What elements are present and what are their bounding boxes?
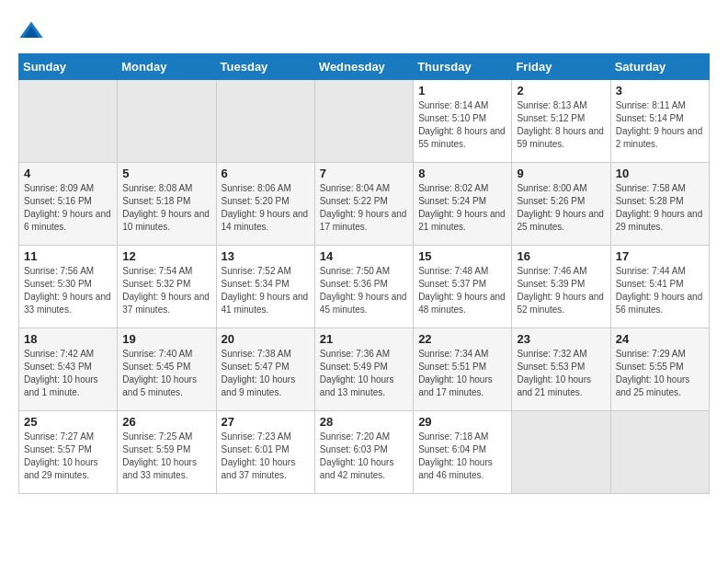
day-info: Sunrise: 7:44 AMSunset: 5:41 PMDaylight:… — [616, 265, 704, 316]
day-number: 27 — [222, 415, 310, 429]
calendar-cell: 22Sunrise: 7:34 AMSunset: 5:51 PMDayligh… — [414, 328, 512, 411]
day-info: Sunrise: 7:58 AMSunset: 5:28 PMDaylight:… — [616, 182, 704, 234]
day-number: 28 — [320, 415, 408, 429]
day-info: Sunrise: 7:18 AMSunset: 6:04 PMDaylight:… — [418, 431, 506, 482]
day-info: Sunrise: 7:27 AMSunset: 5:57 PMDaylight:… — [24, 431, 112, 482]
day-number: 14 — [320, 249, 408, 263]
calendar-table: SundayMondayTuesdayWednesdayThursdayFrid… — [18, 53, 710, 494]
day-info: Sunrise: 7:42 AMSunset: 5:43 PMDaylight:… — [24, 348, 112, 399]
calendar-week-row: 1Sunrise: 8:14 AMSunset: 5:10 PMDaylight… — [19, 80, 710, 163]
day-info: Sunrise: 7:20 AMSunset: 6:03 PMDaylight:… — [320, 431, 408, 482]
day-number: 26 — [122, 415, 210, 429]
day-info: Sunrise: 7:34 AMSunset: 5:51 PMDaylight:… — [418, 348, 506, 399]
day-info: Sunrise: 8:14 AMSunset: 5:10 PMDaylight:… — [418, 99, 506, 151]
calendar-cell — [610, 411, 709, 494]
weekday-header-friday: Friday — [512, 54, 610, 80]
day-number: 17 — [616, 249, 704, 263]
day-number: 3 — [616, 84, 704, 98]
calendar-cell: 12Sunrise: 7:54 AMSunset: 5:32 PMDayligh… — [118, 246, 216, 328]
day-info: Sunrise: 8:02 AMSunset: 5:24 PMDaylight:… — [418, 182, 506, 234]
calendar-cell: 27Sunrise: 7:23 AMSunset: 6:01 PMDayligh… — [216, 411, 314, 494]
calendar-cell: 21Sunrise: 7:36 AMSunset: 5:49 PMDayligh… — [314, 328, 413, 411]
calendar-cell: 11Sunrise: 7:56 AMSunset: 5:30 PMDayligh… — [19, 246, 118, 328]
day-number: 25 — [24, 415, 112, 429]
calendar-cell: 7Sunrise: 8:04 AMSunset: 5:22 PMDaylight… — [314, 163, 413, 246]
day-number: 1 — [418, 84, 506, 98]
day-number: 15 — [418, 249, 506, 263]
weekday-header-tuesday: Tuesday — [216, 54, 314, 80]
day-info: Sunrise: 7:25 AMSunset: 5:59 PMDaylight:… — [122, 431, 210, 482]
calendar-cell: 4Sunrise: 8:09 AMSunset: 5:16 PMDaylight… — [19, 163, 118, 246]
calendar-cell: 26Sunrise: 7:25 AMSunset: 5:59 PMDayligh… — [118, 411, 216, 494]
calendar-week-row: 18Sunrise: 7:42 AMSunset: 5:43 PMDayligh… — [19, 328, 710, 411]
calendar-cell: 18Sunrise: 7:42 AMSunset: 5:43 PMDayligh… — [19, 328, 118, 411]
calendar-cell: 8Sunrise: 8:02 AMSunset: 5:24 PMDaylight… — [414, 163, 512, 246]
day-number: 11 — [24, 249, 112, 263]
day-info: Sunrise: 7:56 AMSunset: 5:30 PMDaylight:… — [24, 265, 112, 316]
calendar-cell: 16Sunrise: 7:46 AMSunset: 5:39 PMDayligh… — [512, 246, 610, 328]
day-number: 7 — [320, 167, 408, 180]
day-number: 6 — [222, 167, 310, 180]
day-number: 5 — [122, 167, 210, 180]
day-info: Sunrise: 7:48 AMSunset: 5:37 PMDaylight:… — [418, 265, 506, 316]
day-info: Sunrise: 8:04 AMSunset: 5:22 PMDaylight:… — [320, 182, 408, 234]
day-info: Sunrise: 8:08 AMSunset: 5:18 PMDaylight:… — [122, 182, 210, 234]
day-number: 29 — [418, 415, 506, 429]
day-number: 9 — [517, 167, 605, 180]
day-number: 8 — [418, 167, 506, 180]
day-number: 13 — [222, 249, 310, 263]
calendar-cell — [19, 80, 118, 163]
calendar-cell — [314, 80, 413, 163]
day-number: 4 — [24, 167, 112, 180]
logo-icon — [18, 18, 44, 44]
weekday-header-monday: Monday — [118, 54, 216, 80]
weekday-header-saturday: Saturday — [610, 54, 709, 80]
calendar-cell: 25Sunrise: 7:27 AMSunset: 5:57 PMDayligh… — [19, 411, 118, 494]
day-info: Sunrise: 7:38 AMSunset: 5:47 PMDaylight:… — [222, 348, 310, 399]
day-number: 12 — [122, 249, 210, 263]
calendar-cell: 29Sunrise: 7:18 AMSunset: 6:04 PMDayligh… — [414, 411, 512, 494]
day-number: 22 — [418, 332, 506, 346]
day-info: Sunrise: 8:11 AMSunset: 5:14 PMDaylight:… — [616, 99, 704, 151]
calendar-cell: 17Sunrise: 7:44 AMSunset: 5:41 PMDayligh… — [610, 246, 709, 328]
calendar-cell: 13Sunrise: 7:52 AMSunset: 5:34 PMDayligh… — [216, 246, 314, 328]
day-info: Sunrise: 7:23 AMSunset: 6:01 PMDaylight:… — [222, 431, 310, 482]
calendar-cell: 10Sunrise: 7:58 AMSunset: 5:28 PMDayligh… — [610, 163, 709, 246]
calendar-cell: 5Sunrise: 8:08 AMSunset: 5:18 PMDaylight… — [118, 163, 216, 246]
weekday-header-thursday: Thursday — [414, 54, 512, 80]
day-info: Sunrise: 7:46 AMSunset: 5:39 PMDaylight:… — [517, 265, 605, 316]
logo — [18, 18, 48, 44]
calendar-cell — [118, 80, 216, 163]
day-number: 19 — [122, 332, 210, 346]
day-number: 21 — [320, 332, 408, 346]
calendar-cell: 14Sunrise: 7:50 AMSunset: 5:36 PMDayligh… — [314, 246, 413, 328]
page-header — [18, 18, 710, 44]
calendar-cell: 23Sunrise: 7:32 AMSunset: 5:53 PMDayligh… — [512, 328, 610, 411]
day-info: Sunrise: 8:06 AMSunset: 5:20 PMDaylight:… — [222, 182, 310, 234]
calendar-cell: 28Sunrise: 7:20 AMSunset: 6:03 PMDayligh… — [314, 411, 413, 494]
day-number: 23 — [517, 332, 605, 346]
day-info: Sunrise: 7:36 AMSunset: 5:49 PMDaylight:… — [320, 348, 408, 399]
calendar-cell: 1Sunrise: 8:14 AMSunset: 5:10 PMDaylight… — [414, 80, 512, 163]
day-number: 2 — [517, 84, 605, 98]
day-number: 24 — [616, 332, 704, 346]
day-info: Sunrise: 8:00 AMSunset: 5:26 PMDaylight:… — [517, 182, 605, 234]
day-info: Sunrise: 8:09 AMSunset: 5:16 PMDaylight:… — [24, 182, 112, 234]
calendar-week-row: 11Sunrise: 7:56 AMSunset: 5:30 PMDayligh… — [19, 246, 710, 328]
day-info: Sunrise: 7:29 AMSunset: 5:55 PMDaylight:… — [616, 348, 704, 399]
calendar-cell: 3Sunrise: 8:11 AMSunset: 5:14 PMDaylight… — [610, 80, 709, 163]
calendar-week-row: 25Sunrise: 7:27 AMSunset: 5:57 PMDayligh… — [19, 411, 710, 494]
calendar-cell — [512, 411, 610, 494]
day-info: Sunrise: 8:13 AMSunset: 5:12 PMDaylight:… — [517, 99, 605, 151]
day-info: Sunrise: 7:32 AMSunset: 5:53 PMDaylight:… — [517, 348, 605, 399]
calendar-cell: 2Sunrise: 8:13 AMSunset: 5:12 PMDaylight… — [512, 80, 610, 163]
calendar-cell: 6Sunrise: 8:06 AMSunset: 5:20 PMDaylight… — [216, 163, 314, 246]
day-info: Sunrise: 7:40 AMSunset: 5:45 PMDaylight:… — [122, 348, 210, 399]
day-number: 10 — [616, 167, 704, 180]
calendar-cell — [216, 80, 314, 163]
day-number: 18 — [24, 332, 112, 346]
calendar-week-row: 4Sunrise: 8:09 AMSunset: 5:16 PMDaylight… — [19, 163, 710, 246]
calendar-cell: 15Sunrise: 7:48 AMSunset: 5:37 PMDayligh… — [414, 246, 512, 328]
day-info: Sunrise: 7:52 AMSunset: 5:34 PMDaylight:… — [222, 265, 310, 316]
weekday-header-wednesday: Wednesday — [314, 54, 413, 80]
